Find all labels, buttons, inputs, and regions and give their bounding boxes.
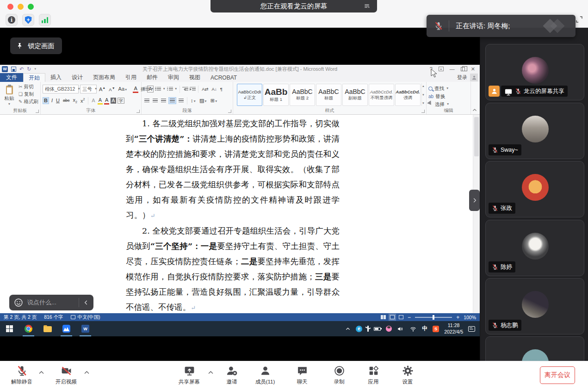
style-heading1[interactable]: AaBb标题 1 bbox=[263, 84, 289, 106]
bullets-button[interactable] bbox=[143, 87, 149, 91]
unmute-button[interactable]: 解除静音 bbox=[7, 365, 36, 385]
share-screen-button[interactable]: 共享屏幕 bbox=[173, 365, 205, 385]
tab-home[interactable]: 开始 bbox=[23, 73, 45, 82]
sign-in-area[interactable]: 登录 bbox=[457, 73, 478, 82]
tray-expand-icon[interactable] bbox=[345, 326, 351, 332]
tray-notification-icon[interactable] bbox=[468, 326, 475, 332]
save-icon[interactable] bbox=[11, 67, 16, 72]
tray-ime-indicator[interactable]: 中 bbox=[422, 325, 427, 333]
video-options-chevron[interactable] bbox=[83, 369, 90, 376]
distribute-button[interactable] bbox=[178, 98, 185, 104]
participant-tile[interactable]: Sway~ bbox=[485, 103, 584, 159]
minimize-window-button[interactable] bbox=[18, 4, 24, 10]
font-size-select[interactable]: 三号▼ bbox=[80, 85, 97, 93]
participant-tile-partial[interactable] bbox=[485, 336, 584, 361]
copy-button[interactable]: ❏复制 bbox=[19, 91, 38, 98]
zoom-level[interactable]: 100% bbox=[464, 315, 476, 320]
participant-tile[interactable]: 陈婷 bbox=[485, 220, 584, 276]
style-normal[interactable]: AaBbCcDdI↲正文 bbox=[237, 84, 262, 106]
chat-input-overlay[interactable]: 说点什么... bbox=[9, 295, 93, 310]
tab-mailings[interactable]: 邮件 bbox=[142, 73, 163, 82]
clipboard-dialog-launcher-icon[interactable] bbox=[36, 110, 39, 113]
tab-acrobat[interactable]: ACROBAT bbox=[205, 73, 242, 82]
highlight-color-button[interactable]: A bbox=[98, 97, 103, 105]
start-video-button[interactable]: 开启视频 bbox=[51, 365, 81, 385]
chat-button[interactable]: 聊天 bbox=[291, 365, 313, 385]
participant-tile[interactable]: 杨志鹏 bbox=[485, 278, 584, 334]
exit-fullscreen-button[interactable] bbox=[575, 15, 583, 24]
undo-icon[interactable] bbox=[19, 67, 24, 72]
participant-tile[interactable]: 张政 bbox=[485, 161, 584, 217]
multilevel-list-button[interactable] bbox=[167, 87, 173, 91]
zoom-slider-thumb[interactable] bbox=[433, 315, 434, 320]
close-window-button[interactable] bbox=[7, 4, 13, 10]
audio-options-chevron[interactable] bbox=[38, 369, 45, 376]
read-mode-button[interactable] bbox=[381, 315, 386, 319]
meeting-info-button[interactable] bbox=[6, 14, 18, 26]
tray-sogou-icon[interactable]: S bbox=[433, 326, 439, 332]
align-left-button[interactable] bbox=[143, 98, 150, 104]
invite-button[interactable]: 邀请 bbox=[221, 365, 242, 385]
shrink-font-button[interactable]: A▼ bbox=[108, 86, 116, 93]
tray-clock[interactable]: 11:282022/4/5 bbox=[444, 322, 463, 334]
tab-view[interactable]: 视图 bbox=[184, 73, 205, 82]
find-button[interactable]: 查找▼ bbox=[428, 85, 469, 93]
tab-page-layout[interactable]: 页面布局 bbox=[88, 73, 120, 82]
sign-in-label[interactable]: 登录 bbox=[457, 74, 467, 81]
emoji-icon[interactable] bbox=[13, 297, 24, 308]
collapse-chat-icon[interactable] bbox=[83, 299, 89, 306]
tray-qq-icon[interactable] bbox=[386, 326, 392, 332]
meeting-security-button[interactable] bbox=[22, 14, 34, 26]
font-name-select[interactable]: 楷体_GB2312▼ bbox=[43, 85, 79, 93]
page-indicator[interactable]: 第 2 页, 共 2 页 bbox=[4, 314, 37, 321]
share-options-chevron[interactable] bbox=[207, 369, 214, 376]
style-subtle-emphasis[interactable]: AaBbCcDd.不明显强调 bbox=[369, 84, 394, 106]
language-status[interactable]: 中文(中国) bbox=[71, 314, 100, 321]
customize-qat-caret-icon[interactable]: ▾ bbox=[34, 67, 36, 71]
taskbar-chrome-button[interactable] bbox=[19, 321, 38, 336]
numbering-button[interactable] bbox=[155, 87, 161, 91]
style-emphasis[interactable]: AaBbCcDd.强调 bbox=[395, 84, 421, 106]
redo-icon[interactable] bbox=[27, 67, 31, 72]
justify-button[interactable] bbox=[168, 97, 176, 104]
align-center-button[interactable] bbox=[152, 98, 159, 104]
show-marks-button[interactable]: ¶ bbox=[219, 87, 223, 92]
style-heading2[interactable]: AaBbC标题 2 bbox=[290, 84, 315, 106]
character-shading-button[interactable]: A bbox=[111, 98, 116, 104]
increase-indent-button[interactable] bbox=[190, 87, 196, 91]
text-effects-button[interactable]: A bbox=[91, 98, 96, 104]
document-scrollbar[interactable] bbox=[473, 115, 480, 313]
font-dialog-launcher-icon[interactable] bbox=[136, 110, 140, 113]
enclose-characters-button[interactable]: 字 bbox=[118, 98, 125, 104]
leave-meeting-button[interactable]: 离开会议 bbox=[540, 366, 575, 384]
clear-formatting-button[interactable]: A bbox=[133, 86, 138, 93]
settings-button[interactable]: 设置 bbox=[397, 365, 418, 385]
zoom-in-button[interactable]: + bbox=[456, 315, 459, 320]
record-button[interactable]: 录制 bbox=[328, 365, 350, 385]
tab-design[interactable]: 设计 bbox=[67, 73, 88, 82]
paragraph-dialog-launcher-icon[interactable] bbox=[228, 110, 231, 113]
tray-browser-icon[interactable]: e bbox=[356, 326, 362, 332]
decrease-indent-button[interactable] bbox=[182, 87, 188, 91]
style-title[interactable]: AaBbC标题 bbox=[316, 84, 341, 106]
tab-insert[interactable]: 插入 bbox=[45, 73, 67, 82]
fullscreen-window-button[interactable] bbox=[28, 4, 34, 10]
word-count[interactable]: 816 个字 bbox=[44, 314, 63, 321]
styles-gallery-scroll[interactable]: ▲▼▼ bbox=[421, 83, 425, 106]
superscript-button[interactable]: x2 bbox=[80, 97, 86, 104]
members-button[interactable]: 成员(11) bbox=[250, 365, 280, 385]
scrollbar-thumb[interactable] bbox=[474, 117, 479, 156]
tab-references[interactable]: 引用 bbox=[120, 73, 142, 82]
borders-button[interactable]: ⊞▼ bbox=[210, 98, 219, 104]
underline-button[interactable]: U bbox=[55, 98, 61, 104]
collapse-ribbon-button[interactable] bbox=[472, 107, 477, 113]
style-subtitle[interactable]: AaBbC副标题 bbox=[342, 84, 368, 106]
chat-input-placeholder[interactable]: 说点什么... bbox=[27, 298, 56, 307]
print-layout-button[interactable] bbox=[390, 315, 395, 319]
bold-button[interactable]: B bbox=[43, 97, 49, 104]
word-restore-button[interactable] bbox=[461, 67, 465, 71]
line-spacing-button[interactable]: ↕▼ bbox=[190, 98, 197, 104]
align-right-button[interactable] bbox=[160, 98, 167, 104]
sidebar-toggle-button[interactable] bbox=[469, 190, 480, 211]
ribbon-options-button[interactable] bbox=[439, 67, 444, 71]
